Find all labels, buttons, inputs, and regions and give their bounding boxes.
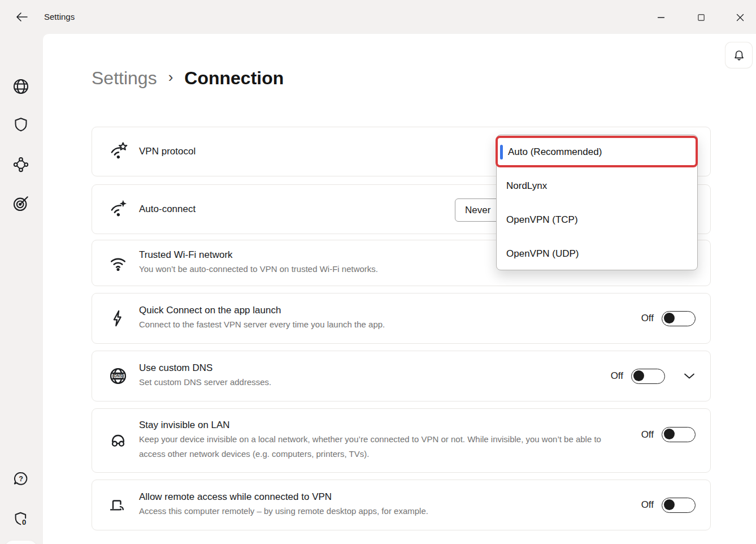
nordvpn-settings-window: Settings xyxy=(0,0,756,544)
laptop-signal-icon xyxy=(107,494,129,516)
row-title: Stay invisible on LAN xyxy=(139,420,608,431)
close-icon xyxy=(736,13,745,22)
dns-globe-icon: DNS xyxy=(107,365,129,387)
vpn-protocol-dropdown-menu: Auto (Recommended) NordLynx OpenVPN (TCP… xyxy=(496,135,698,270)
mesh-network-icon xyxy=(12,156,29,173)
setting-row-invisible-lan: Stay invisible on LAN Keep your device i… xyxy=(92,408,711,473)
lightning-icon xyxy=(107,307,129,330)
row-subtitle: Keep your device invisible on a local ne… xyxy=(139,432,608,461)
minimize-button[interactable] xyxy=(649,5,674,30)
sidebar-item-dedicated-ip[interactable] xyxy=(8,191,33,216)
row-subtitle: Set custom DNS server addresses. xyxy=(139,375,271,390)
breadcrumb-separator-icon: › xyxy=(168,68,173,86)
wifi-sparkle-icon xyxy=(107,198,129,221)
sidebar-item-threat-protection[interactable] xyxy=(8,112,33,137)
toggle-state-label: Off xyxy=(611,370,623,382)
auto-connect-value: Never xyxy=(465,205,490,215)
maximize-button[interactable] xyxy=(689,5,714,30)
breadcrumb-current-page: Connection xyxy=(184,68,284,89)
remote-access-toggle[interactable] xyxy=(662,498,696,513)
row-title: Quick Connect on the app launch xyxy=(139,305,385,316)
sidebar-item-settings-active[interactable] xyxy=(5,541,37,544)
dns-label: DNS xyxy=(114,374,123,378)
row-subtitle: You won’t be auto-connected to VPN on tr… xyxy=(139,262,378,277)
setting-row-custom-dns: DNS Use custom DNS Set custom DNS server… xyxy=(92,351,711,401)
help-bubble-icon: ? xyxy=(12,470,29,487)
minimize-icon xyxy=(657,13,666,22)
toggle-knob xyxy=(664,429,675,439)
breadcrumb-settings[interactable]: Settings xyxy=(92,68,157,89)
toggle-state-label: Off xyxy=(641,429,654,441)
bell-icon xyxy=(732,49,746,62)
toggle-state-label: Off xyxy=(641,313,654,324)
globe-icon xyxy=(12,77,30,96)
invisible-lan-toggle[interactable] xyxy=(662,427,696,442)
sidebar-item-servers[interactable] xyxy=(8,74,33,99)
target-icon xyxy=(12,195,30,213)
titlebar: Settings xyxy=(0,0,756,34)
shield-counter-icon: 0 xyxy=(12,510,29,527)
maximize-icon xyxy=(697,13,706,22)
row-title: Use custom DNS xyxy=(139,362,271,374)
dropdown-option-label: NordLynx xyxy=(506,180,547,192)
row-title: Auto-connect xyxy=(139,204,195,215)
dropdown-option-label: Auto (Recommended) xyxy=(508,146,602,158)
row-title: Trusted Wi-Fi network xyxy=(139,249,378,261)
row-subtitle: Connect to the fastest VPN server every … xyxy=(139,317,385,332)
back-button[interactable] xyxy=(12,8,32,25)
notifications-button[interactable] xyxy=(725,42,752,68)
shield-badge-count: 0 xyxy=(22,518,26,526)
toggle-knob xyxy=(633,370,644,381)
toggle-state-label: Off xyxy=(641,499,654,511)
chevron-down-icon xyxy=(683,372,696,380)
selected-option-indicator xyxy=(500,145,503,159)
close-button[interactable] xyxy=(728,5,753,30)
toggle-knob xyxy=(664,313,675,323)
dropdown-option-label: OpenVPN (TCP) xyxy=(506,214,578,226)
window-title: Settings xyxy=(44,12,75,21)
sidebar-item-threat-counter[interactable]: 0 xyxy=(8,506,33,531)
dropdown-option-auto-recommended[interactable]: Auto (Recommended) xyxy=(497,135,697,169)
wifi-icon xyxy=(107,252,129,274)
custom-dns-toggle[interactable] xyxy=(631,369,665,384)
row-subtitle: Access this computer remotely – by using… xyxy=(139,504,428,519)
back-arrow-icon xyxy=(16,12,28,22)
toggle-knob xyxy=(664,499,675,510)
expand-section-button[interactable] xyxy=(683,372,696,380)
quick-connect-toggle[interactable] xyxy=(662,311,696,326)
sidebar-item-meshnet[interactable] xyxy=(8,152,33,177)
wifi-star-icon xyxy=(107,140,129,163)
dropdown-option-nordlynx[interactable]: NordLynx xyxy=(497,169,697,203)
sidebar: ? 0 xyxy=(0,34,43,544)
row-title: VPN protocol xyxy=(139,146,195,157)
setting-row-remote-access: Allow remote access while connected to V… xyxy=(92,480,711,530)
incognito-icon xyxy=(107,429,129,452)
dropdown-option-label: OpenVPN (UDP) xyxy=(506,248,579,260)
dropdown-option-openvpn-tcp[interactable]: OpenVPN (TCP) xyxy=(497,203,697,237)
breadcrumb: Settings › Connection xyxy=(92,64,284,92)
setting-row-quick-connect: Quick Connect on the app launch Connect … xyxy=(92,293,711,344)
sidebar-item-help[interactable]: ? xyxy=(8,467,33,491)
dropdown-option-openvpn-udp[interactable]: OpenVPN (UDP) xyxy=(497,237,697,270)
row-title: Allow remote access while connected to V… xyxy=(139,491,428,503)
shield-icon xyxy=(12,116,29,133)
help-glyph: ? xyxy=(19,475,23,483)
